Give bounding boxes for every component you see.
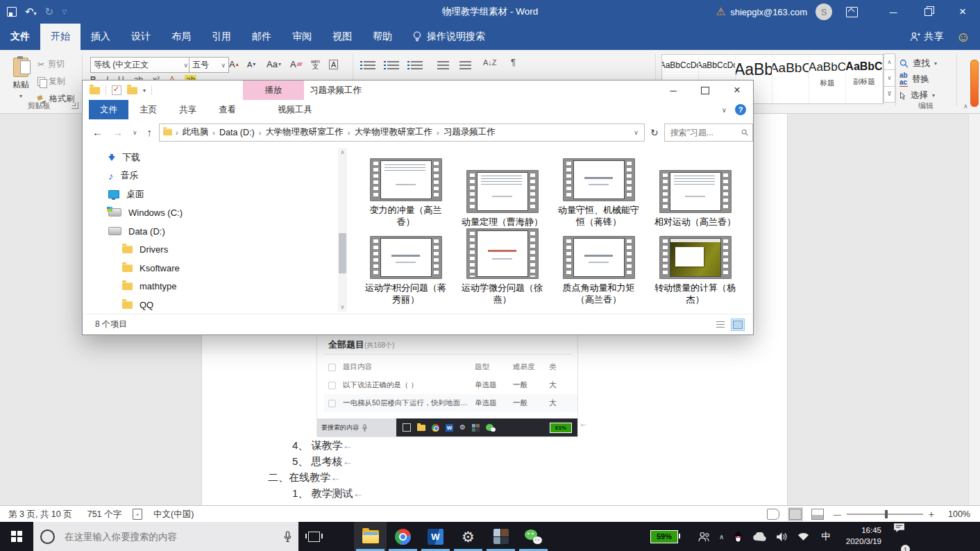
explorer-maximize-button[interactable] (689, 80, 721, 100)
print-layout-icon[interactable] (789, 509, 802, 520)
avatar[interactable]: S (816, 3, 832, 20)
char-border-button[interactable]: A (329, 57, 338, 71)
taskbar-search-input[interactable] (63, 531, 276, 543)
tab-home[interactable]: 开始 (40, 24, 81, 50)
explorer-tab-home[interactable]: 主页 (128, 100, 168, 119)
forward-icon[interactable]: → (112, 126, 123, 138)
qat-dropdown-icon[interactable]: ▾ (143, 87, 146, 94)
file-item[interactable]: 转动惯量的计算（杨杰） (647, 228, 743, 306)
increase-indent-icon[interactable] (459, 61, 471, 70)
minimize-button[interactable]: ─ (876, 0, 911, 24)
file-item[interactable]: 运动学积分问题（蒋秀丽） (357, 228, 454, 306)
folder-icon[interactable] (90, 87, 100, 94)
explorer-search-input[interactable] (669, 127, 738, 138)
tab-review[interactable]: 审阅 (282, 24, 322, 50)
cut-button[interactable]: ✂剪切 (37, 58, 65, 70)
zoom-slider[interactable] (847, 514, 923, 515)
restore-button[interactable] (911, 0, 945, 24)
scroll-down-icon[interactable]: ∨ (338, 304, 347, 310)
expand-ribbon-icon[interactable]: ∨ (722, 106, 727, 114)
feedback-smiley-icon[interactable]: ☺ (956, 29, 970, 45)
crumb-current[interactable]: 习题录频工作 (442, 126, 497, 138)
explorer-search-box[interactable] (664, 124, 753, 142)
taskbar-word[interactable]: W (419, 522, 452, 551)
refresh-icon[interactable]: ↻ (650, 127, 659, 138)
taskbar-wechat[interactable] (517, 522, 550, 551)
paste-button[interactable]: 粘贴 ▾ (6, 53, 36, 103)
bullet-list-icon[interactable] (364, 61, 375, 70)
sidebar-item-qq[interactable]: QQ (83, 296, 338, 314)
sidebar-item-desktop[interactable]: 桌面 (83, 185, 338, 203)
web-layout-icon[interactable] (811, 509, 824, 520)
volume-icon[interactable] (776, 532, 788, 542)
multilevel-list-icon[interactable] (411, 61, 423, 70)
crumb-folder[interactable]: 大学物理教研室工作 (353, 126, 434, 138)
file-item[interactable]: 相对运动（高兰香） (647, 151, 743, 228)
start-button[interactable] (0, 522, 33, 551)
tab-insert[interactable]: 插入 (81, 24, 121, 50)
help-icon[interactable]: ? (735, 104, 746, 115)
read-mode-icon[interactable] (767, 509, 779, 520)
paragraph-mark-icon[interactable]: ¶ (511, 57, 516, 67)
proofing-icon[interactable]: × (133, 509, 142, 520)
qq-icon[interactable] (733, 531, 743, 543)
document-vertical-scrollbar[interactable] (968, 113, 980, 505)
customize-qat-icon[interactable]: ▽ (62, 8, 67, 15)
file-item[interactable]: 运动学微分问题（徐燕） (454, 228, 550, 306)
tell-me-search[interactable]: 操作说明搜索 (403, 24, 495, 50)
sidebar-item-mathtype[interactable]: mathtype (83, 277, 338, 295)
ime-indicator[interactable]: 中 (819, 529, 833, 544)
sidebar-item-drivers[interactable]: Drivers (83, 240, 338, 258)
styles-up-icon[interactable]: ∧ (884, 53, 895, 70)
zoom-level[interactable]: 100% (944, 509, 970, 519)
account-email[interactable]: shiepglx@163.com (730, 7, 807, 17)
change-case-button[interactable]: Aa▾ (267, 57, 281, 71)
sidebar-item-ksoftware[interactable]: Ksoftware (83, 259, 338, 277)
clear-format-button[interactable]: A (290, 57, 302, 71)
sort-icon[interactable]: A↓Z (483, 58, 497, 67)
font-size-combo[interactable]: 五号∨ (189, 57, 229, 73)
copy-button[interactable]: 复制 (37, 76, 65, 87)
style-item-title[interactable]: AaBbC标题 (809, 55, 846, 103)
back-icon[interactable]: ← (92, 126, 103, 138)
share-button[interactable]: 共享 (910, 31, 944, 43)
ribbon-display-options-icon[interactable] (846, 7, 858, 17)
tab-view[interactable]: 视图 (322, 24, 362, 50)
shrink-font-button[interactable]: A▾ (247, 57, 255, 71)
find-button[interactable]: 查找▾ (899, 56, 952, 71)
explorer-tab-video-tools[interactable]: 视频工具 (267, 100, 323, 119)
address-dropdown-icon[interactable]: ∨ (634, 129, 641, 136)
file-item[interactable]: 动量守恒、机械能守恒（蒋锋） (550, 151, 647, 228)
style-item[interactable]: AaBbC (772, 55, 809, 103)
font-name-combo[interactable]: 等线 (中文正文∨ (90, 57, 192, 73)
wifi-icon[interactable] (797, 532, 810, 541)
crumb-this-pc[interactable]: 此电脑 (181, 126, 210, 138)
styles-more-icon[interactable]: ⊽ (884, 86, 895, 103)
language-indicator[interactable]: 中文(中国) (153, 509, 194, 520)
mic-icon[interactable] (284, 531, 292, 543)
action-center-button[interactable]: 1 (893, 522, 906, 551)
file-item[interactable]: 动量定理（曹海静） (454, 151, 550, 228)
scrollbar-thumb[interactable] (339, 233, 346, 273)
crumb-folder[interactable]: 大学物理教研室工作 (264, 126, 345, 138)
thumbnails-view-icon[interactable] (731, 319, 745, 331)
file-item[interactable]: 质点角动量和力矩（高兰香） (550, 228, 647, 306)
explorer-tab-view[interactable]: 查看 (208, 100, 247, 119)
sidebar-item-drive-d[interactable]: Data (D:) (83, 222, 338, 240)
clock[interactable]: 16:45 2020/3/19 (846, 525, 881, 547)
taskbar-chrome[interactable] (387, 522, 419, 551)
tab-file[interactable]: 文件 (0, 24, 40, 50)
crumb-data-d[interactable]: Data (D:) (218, 128, 256, 137)
tab-references[interactable]: 引用 (201, 24, 242, 50)
embedded-screenshot[interactable]: 全部题目(共168个) 题目内容 题型 难易度 类 以下说法正确的是（ ） 单选… (316, 321, 578, 437)
explorer-close-button[interactable]: × (721, 80, 753, 100)
taskbar-photos[interactable] (484, 522, 517, 551)
zoom-out-button[interactable]: — (834, 510, 841, 518)
pinyin-guide-button[interactable]: wén文 (311, 57, 320, 71)
decrease-indent-icon[interactable] (437, 61, 449, 70)
taskbar-search-box[interactable] (33, 522, 298, 551)
tab-design[interactable]: 设计 (121, 24, 161, 50)
battery-widget[interactable]: 59% (650, 522, 678, 551)
taskbar-explorer[interactable] (354, 522, 387, 551)
styles-down-icon[interactable]: ∨ (884, 69, 895, 86)
